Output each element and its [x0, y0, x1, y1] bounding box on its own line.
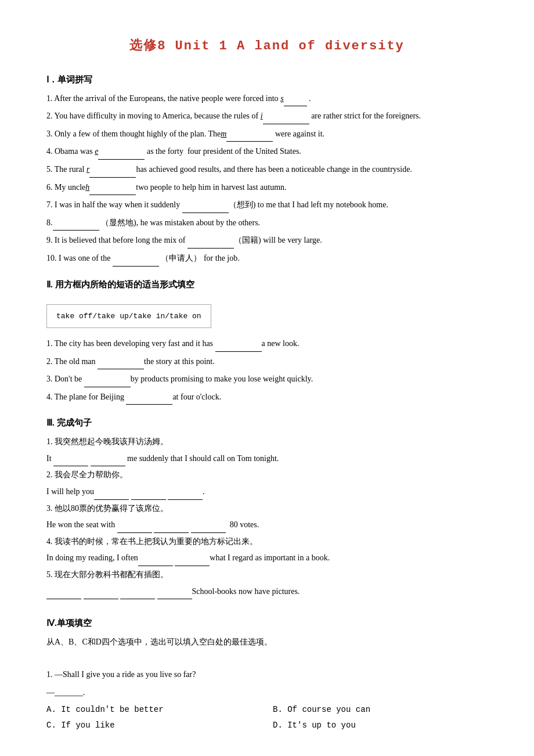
s3-cn-5: 5. 现在大部分教科书都配有插图。 — [46, 567, 488, 583]
s1-item-7: 7. I was in half the way when it suddenl… — [46, 197, 488, 213]
section-4: Ⅳ.单项填空 从A、B、C和D四个选项中，选出可以填入空白处的最佳选项。 1. … — [46, 615, 488, 733]
s1-item-5: 5. The rural rhas achieved good results,… — [46, 162, 488, 178]
s2-item-2: 2. The old man the story at this point. — [46, 354, 488, 370]
s1-item-8: 8. （显然地), he was mistaken about by the o… — [46, 215, 488, 231]
s3-en-5: School-books now have pictures. — [46, 584, 488, 600]
s1-item-3: 3. Only a few of them thought highly of … — [46, 127, 488, 142]
q1-option-a: A. It couldn't be better — [46, 703, 261, 717]
s1-item-10: 10. I was one of the （申请人） for the job. — [46, 251, 488, 267]
q1-stem: 1. —Shall I give you a ride as you live … — [46, 667, 488, 683]
s1-item-4: 4. Obama was e as the forty four preside… — [46, 144, 488, 160]
q1-option-d: D. It's up to you — [273, 718, 488, 733]
q1-option-b: B. Of course you can — [273, 703, 488, 717]
phrase-box: take off/take up/take in/take on — [46, 304, 211, 328]
section-2: Ⅱ. 用方框内所给的短语的适当形式填空 take off/take up/tak… — [46, 277, 488, 405]
q1-stem2: —_______. — [46, 685, 488, 701]
s2-item-3: 3. Don't be by products promising to mak… — [46, 372, 488, 387]
section-1-heading: Ⅰ．单词拼写 — [46, 72, 488, 88]
q1-options: A. It couldn't be better B. Of course yo… — [46, 703, 488, 733]
s1-item-9: 9. It is believed that before long the m… — [46, 233, 488, 249]
section-4-intro: 从A、B、C和D四个选项中，选出可以填入空白处的最佳选项。 — [46, 635, 488, 650]
section-1: Ⅰ．单词拼写 1. After the arrival of the Europ… — [46, 72, 488, 267]
s3-cn-1: 1. 我突然想起今晚我该拜访汤姆。 — [46, 434, 488, 450]
s1-item-1: 1. After the arrival of the Europeans, t… — [46, 91, 488, 107]
s3-cn-4: 4. 我读书的时候，常在书上把我认为重要的地方标记出来。 — [46, 534, 488, 550]
s2-item-1: 1. The city has been developing very fas… — [46, 336, 488, 352]
s3-cn-2: 2. 我会尽全力帮助你。 — [46, 467, 488, 483]
section-4-heading: Ⅳ.单项填空 — [46, 615, 488, 631]
section-3: Ⅲ. 完成句子 1. 我突然想起今晚我该拜访汤姆。 It me suddenly… — [46, 415, 488, 599]
page-title: 选修8 Unit 1 A land of diversity — [46, 35, 488, 58]
s2-item-4: 4. The plane for Beijing at four o'clock… — [46, 390, 488, 405]
s3-en-2: I will help you . — [46, 484, 488, 500]
s3-cn-3: 3. 他以80票的优势赢得了该席位。 — [46, 501, 488, 517]
s3-en-4: In doing my reading, I often what I rega… — [46, 550, 488, 566]
s1-item-2: 2. You have difficulty in moving to Amer… — [46, 109, 488, 124]
section-2-heading: Ⅱ. 用方框内所给的短语的适当形式填空 — [46, 277, 488, 293]
s1-item-6: 6. My unclehtwo people to help him in ha… — [46, 180, 488, 196]
s3-en-3: He won the seat with 80 votes. — [46, 517, 488, 533]
section-3-heading: Ⅲ. 完成句子 — [46, 415, 488, 431]
q1-option-c: C. If you like — [46, 718, 261, 733]
s3-en-1: It me suddenly that I should call on Tom… — [46, 451, 488, 467]
